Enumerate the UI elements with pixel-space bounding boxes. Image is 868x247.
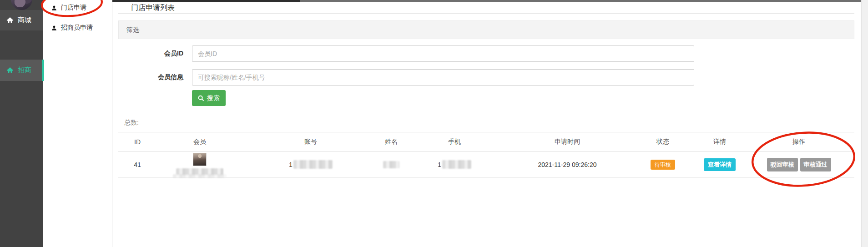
account-prefix: 1 xyxy=(289,161,293,168)
column-header-apply-time: 申请时间 xyxy=(505,138,630,146)
sidebar-item-label: 商城 xyxy=(18,16,31,25)
column-header-actions: 操作 xyxy=(743,138,854,146)
member-info-label: 会员信息 xyxy=(118,73,183,81)
primary-sidebar: 商城 招商 xyxy=(0,0,43,247)
filter-panel: 筛选 会员ID 会员信息 搜索 xyxy=(118,20,854,106)
column-header-account: 账号 xyxy=(243,138,378,146)
submenu-item-label: 门店申请 xyxy=(61,4,86,12)
member-id-row: 会员ID xyxy=(118,45,854,62)
title-bar: 门店申请列表 xyxy=(118,2,854,14)
cell-apply-time: 2021-11-29 09:26:20 xyxy=(505,161,630,168)
censored-name xyxy=(383,161,399,168)
censored-nickname-blur xyxy=(173,174,227,178)
member-id-label: 会员ID xyxy=(118,50,183,58)
search-button[interactable]: 搜索 xyxy=(192,90,226,106)
user-icon xyxy=(51,5,57,11)
column-header-detail: 详情 xyxy=(696,138,743,146)
cell-member xyxy=(156,151,243,178)
member-info-input[interactable] xyxy=(192,69,694,86)
admin-page: 商城 招商 门店申请 招商员申请 门店申请列表 筛选 会员ID 会员信息 xyxy=(0,0,868,247)
submenu-item-label: 招商员申请 xyxy=(61,24,93,32)
active-item-indicator xyxy=(42,60,44,81)
submenu-item-store-application[interactable]: 门店申请 xyxy=(43,2,112,14)
censored-account xyxy=(293,160,333,169)
column-header-member: 会员 xyxy=(156,138,243,146)
scrollbar-track[interactable] xyxy=(861,0,868,247)
home-icon xyxy=(6,67,14,74)
page-title: 门店申请列表 xyxy=(118,2,854,13)
table-row: 41 1 1 2021-11-29 09:26:20 待审核 xyxy=(118,151,854,178)
table-header-row: ID 会员 账号 姓名 手机 申请时间 状态 详情 操作 xyxy=(118,132,854,151)
column-header-name: 姓名 xyxy=(378,138,404,146)
view-detail-button[interactable]: 查看详情 xyxy=(704,158,736,171)
approve-review-button[interactable]: 审核通过 xyxy=(800,158,831,171)
sidebar-item-mall[interactable]: 商城 xyxy=(0,10,43,30)
cell-name xyxy=(378,161,404,168)
cell-id: 41 xyxy=(118,161,156,168)
home-icon xyxy=(6,17,14,24)
applications-table: ID 会员 账号 姓名 手机 申请时间 状态 详情 操作 41 1 xyxy=(118,132,854,178)
user-icon xyxy=(51,25,57,31)
member-info-row: 会员信息 xyxy=(118,69,854,86)
user-avatar[interactable] xyxy=(11,0,32,10)
column-header-status: 状态 xyxy=(630,138,696,146)
sidebar-item-investment[interactable]: 招商 xyxy=(0,60,43,81)
phone-prefix: 1 xyxy=(438,161,441,168)
member-avatar xyxy=(193,153,207,166)
secondary-sidebar: 门店申请 招商员申请 xyxy=(43,0,112,247)
cell-actions: 驳回审核 审核通过 xyxy=(743,158,854,171)
cell-status: 待审核 xyxy=(630,160,696,170)
filter-panel-header: 筛选 xyxy=(118,20,854,39)
column-header-id: ID xyxy=(118,138,156,146)
cell-detail: 查看详情 xyxy=(696,158,743,171)
column-header-phone: 手机 xyxy=(404,138,505,146)
search-icon xyxy=(198,95,204,101)
submenu-item-agent-application[interactable]: 招商员申请 xyxy=(43,22,112,34)
reject-review-button[interactable]: 驳回审核 xyxy=(767,158,798,171)
sidebar-item-label: 招商 xyxy=(18,66,31,75)
total-label: 总数: xyxy=(124,119,139,127)
window-top-strip xyxy=(300,0,863,2)
search-button-label: 搜索 xyxy=(207,94,220,102)
search-button-row: 搜索 xyxy=(192,90,854,106)
cell-phone: 1 xyxy=(404,160,505,169)
member-id-input[interactable] xyxy=(192,45,694,62)
censored-phone xyxy=(442,160,471,169)
cell-account: 1 xyxy=(243,160,378,169)
status-badge: 待审核 xyxy=(651,160,675,170)
